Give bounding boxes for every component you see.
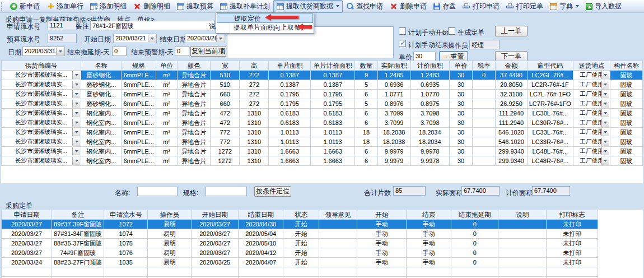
cell[interactable]: 89#37-39F窗固玻 <box>52 220 104 229</box>
unit-price-field[interactable]: 30 <box>413 52 436 61</box>
save-button[interactable]: 存盘 <box>430 0 459 13</box>
cell[interactable]: 1.0113 <box>311 137 355 147</box>
cell[interactable]: 固玻 <box>610 90 642 99</box>
table-row[interactable]: 长沙市潇湘玻璃实...磨砂钢化...6mmPLE...m²异地合片5102720… <box>2 80 643 90</box>
manual-start-checkbox[interactable] <box>399 27 406 35</box>
table-row[interactable] <box>2 267 598 277</box>
cell[interactable] <box>473 80 496 90</box>
cell[interactable]: 510 <box>211 80 240 90</box>
cell[interactable]: 固玻 <box>610 156 642 166</box>
cell[interactable]: LC48R-76#... <box>527 156 573 166</box>
cell[interactable]: 开始 <box>283 248 319 258</box>
table-row[interactable]: 2020/03/2787#31-34F窗固玻1074易明2020/03/2720… <box>2 229 598 239</box>
chevron-down-icon[interactable] <box>216 35 224 42</box>
cell[interactable]: 6 <box>355 147 377 156</box>
chevron-down-icon[interactable] <box>601 90 609 98</box>
cell[interactable] <box>473 147 496 156</box>
cell[interactable] <box>2 267 52 277</box>
cell[interactable]: 未打印 <box>547 248 598 258</box>
cell[interactable] <box>319 239 357 248</box>
cell[interactable]: 660 <box>211 99 240 109</box>
supplier-combo[interactable]: 长沙市潇湘玻璃实... <box>2 147 81 156</box>
cell[interactable]: 2020/03/24 <box>2 258 52 267</box>
cell[interactable]: 272 <box>240 90 269 99</box>
cell[interactable]: 30 <box>449 128 472 137</box>
cell[interactable] <box>407 267 451 277</box>
cell[interactable]: 3.7098 <box>410 118 449 128</box>
cell[interactable]: 固玻 <box>610 99 642 109</box>
cell[interactable]: 6 <box>355 156 377 166</box>
supplier-combo[interactable]: 长沙市潇湘玻璃实... <box>2 137 81 147</box>
cell[interactable]: 6 <box>355 118 377 128</box>
cell[interactable]: 异地合片 <box>178 137 211 147</box>
cell[interactable]: 18 <box>355 128 377 137</box>
cell[interactable] <box>319 229 357 239</box>
cell[interactable]: 钢化室内... <box>81 109 122 118</box>
cell[interactable]: LC30L-76#... <box>527 109 573 118</box>
cell[interactable]: 2020/05/10 <box>239 239 283 248</box>
cell[interactable]: 2020/03/25 <box>192 258 239 267</box>
delivery-location-combo[interactable]: 工厂使用 <box>573 128 610 137</box>
cell[interactable]: 18.2038 <box>377 137 410 147</box>
cell[interactable]: 88#35-37F窗固玻 <box>52 239 104 248</box>
chevron-down-icon[interactable] <box>72 100 80 108</box>
cell[interactable]: 2020/03/27 <box>2 220 52 229</box>
chevron-down-icon[interactable] <box>601 109 609 117</box>
cell[interactable]: 6 <box>355 109 377 118</box>
cell[interactable] <box>473 137 496 147</box>
cell[interactable]: 272 <box>240 80 269 90</box>
table-row[interactable]: 长沙市潇湘玻璃实...磨砂钢化...6mmPLE...m²异地合片6602720… <box>2 90 643 99</box>
cell[interactable]: 易明 <box>148 248 192 258</box>
cell[interactable]: 30 <box>449 118 472 128</box>
delete-request-button[interactable]: 删除申请 <box>386 0 430 13</box>
serial-field[interactable]: 1121 <box>48 21 77 30</box>
note-field[interactable]: 76#1-2F窗固玻 <box>90 21 214 30</box>
cell[interactable]: 37.4490 <box>496 71 527 80</box>
cell[interactable]: m² <box>156 71 178 80</box>
cell[interactable]: 472 <box>211 118 240 128</box>
cell[interactable]: 2020/03/27 <box>192 239 239 248</box>
delivery-location-combo[interactable]: 工厂使用 <box>573 80 610 90</box>
cell[interactable]: 1074 <box>104 229 148 239</box>
cell[interactable]: 546.1020 <box>496 137 527 147</box>
cell[interactable]: 0.8975 <box>410 99 449 109</box>
cell[interactable]: m² <box>156 128 178 137</box>
supplier-combo[interactable]: 长沙市潇湘玻璃实... <box>2 118 81 128</box>
cell[interactable]: 钢化室内... <box>81 118 122 128</box>
cell[interactable]: 9 <box>355 71 377 80</box>
cell[interactable]: 钢化室内... <box>81 137 122 147</box>
cell[interactable]: 1.0771 <box>377 90 410 99</box>
cell[interactable]: 30 <box>449 99 472 109</box>
cell[interactable]: 2020/03/27 <box>192 248 239 258</box>
dictionary-button[interactable]: 字典 <box>547 0 582 13</box>
cell[interactable]: 异地合片 <box>178 128 211 137</box>
table-row[interactable]: 2020/03/2789#37-39F窗固玻1072易明2020/03/2720… <box>2 220 598 229</box>
cell[interactable]: 660 <box>211 90 240 99</box>
cell[interactable]: LC33R-76#... <box>527 137 573 147</box>
cell[interactable] <box>148 267 192 277</box>
cell[interactable]: 299.9340 <box>496 156 527 166</box>
cell[interactable]: 钢化室内... <box>81 156 122 166</box>
cell[interactable]: 磨砂钢化... <box>81 99 122 109</box>
supplier-combo[interactable]: 长沙市潇湘玻璃实... <box>2 156 81 166</box>
table-row[interactable]: 长沙市潇湘玻璃实...钢化室内...6mmPLE...m²异地合片7721310… <box>2 137 643 147</box>
cell[interactable]: LC7R-76#-1FO <box>527 99 573 109</box>
cell[interactable]: 1.0113 <box>269 137 311 147</box>
cell[interactable]: 固玻 <box>610 137 642 147</box>
cell[interactable]: 9.9979 <box>377 147 410 156</box>
cell[interactable]: 2020/03/27 <box>192 220 239 229</box>
cell[interactable]: m² <box>156 99 178 109</box>
supplier-combo[interactable]: 长沙市潇湘玻璃实... <box>2 90 81 99</box>
cell[interactable]: 1.0113 <box>269 128 311 137</box>
delivery-location-combo[interactable]: 工厂使用 <box>573 147 610 156</box>
cell[interactable]: 开始 <box>283 258 319 267</box>
cell[interactable]: 2020/04/07 <box>239 258 283 267</box>
chevron-down-icon[interactable] <box>72 109 80 117</box>
chevron-down-icon[interactable] <box>72 90 80 98</box>
supplier-combo[interactable]: 长沙市潇湘玻璃实... <box>2 80 81 90</box>
cell[interactable]: 6mmPLE... <box>122 128 156 137</box>
cell[interactable]: 2020/03/27 <box>2 248 52 258</box>
cell[interactable]: 18.2034 <box>410 137 449 147</box>
table-row[interactable]: 长沙市潇湘玻璃实...钢化室内...6mmPLE...m²异地合片4721310… <box>2 118 643 128</box>
cell[interactable]: 1310 <box>240 137 269 147</box>
